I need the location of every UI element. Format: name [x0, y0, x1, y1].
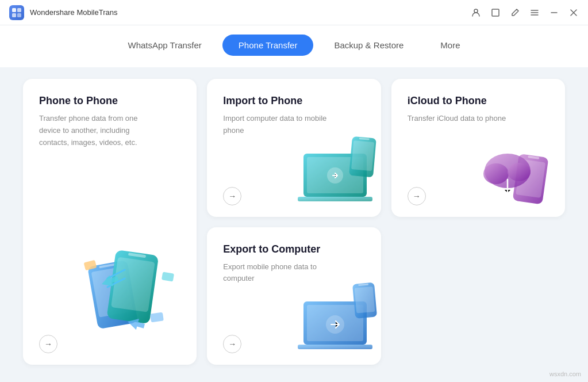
- main-content: Phone to Phone Transfer phone data from …: [0, 67, 588, 382]
- tab-more[interactable]: More: [424, 35, 476, 56]
- svg-rect-39: [354, 286, 375, 314]
- svg-point-4: [474, 9, 478, 13]
- profile-button[interactable]: [471, 7, 481, 18]
- card-import-to-phone[interactable]: Import to Phone Import computer data to …: [207, 79, 381, 217]
- svg-rect-16: [111, 257, 155, 312]
- card-phone-to-phone-title: Phone to Phone: [39, 95, 180, 107]
- card-icloud-to-phone[interactable]: iCloud to Phone Transfer iCloud data to …: [391, 79, 565, 217]
- card-icloud-desc: Transfer iCloud data to phone: [408, 113, 522, 125]
- watermark: wsxdn.com: [549, 370, 581, 377]
- export-illustration: [289, 281, 375, 362]
- tab-whatsapp-transfer[interactable]: WhatsApp Transfer: [112, 35, 217, 56]
- card-import-desc: Import computer data to mobile phone: [223, 113, 338, 137]
- menu-button[interactable]: [529, 7, 540, 18]
- tab-phone-transfer[interactable]: Phone Transfer: [222, 35, 314, 56]
- svg-rect-1: [17, 8, 21, 12]
- minimize-button[interactable]: [549, 7, 559, 18]
- icloud-illustration: [479, 136, 559, 211]
- svg-rect-36: [298, 345, 372, 349]
- card-import-arrow[interactable]: →: [223, 187, 241, 205]
- close-button[interactable]: [568, 7, 579, 18]
- card-export-arrow[interactable]: →: [223, 335, 241, 353]
- svg-rect-0: [12, 8, 16, 12]
- svg-rect-19: [162, 272, 174, 281]
- title-bar-controls: [471, 7, 579, 18]
- card-import-title: Import to Phone: [223, 95, 364, 107]
- app-title-label: Wondershare MobileTrans: [30, 8, 117, 17]
- card-phone-to-phone[interactable]: Phone to Phone Transfer phone data from …: [23, 79, 197, 365]
- card-phone-to-phone-desc: Transfer phone data from one device to a…: [39, 113, 154, 148]
- svg-rect-20: [150, 312, 164, 323]
- card-export-title: Export to Computer: [223, 243, 364, 255]
- app-icon: [9, 5, 24, 20]
- card-icloud-title: iCloud to Phone: [408, 95, 549, 107]
- edit-button[interactable]: [510, 7, 520, 18]
- svg-point-32: [483, 163, 509, 184]
- phone-to-phone-illustration: [76, 232, 191, 347]
- card-phone-to-phone-arrow[interactable]: →: [39, 335, 57, 353]
- tab-backup-restore[interactable]: Backup & Restore: [318, 35, 420, 56]
- svg-rect-26: [351, 140, 374, 171]
- svg-point-33: [508, 163, 531, 181]
- svg-rect-2: [12, 13, 16, 17]
- window-button[interactable]: [490, 7, 501, 18]
- svg-rect-5: [492, 9, 499, 16]
- card-icloud-arrow[interactable]: →: [408, 187, 426, 205]
- card-export-to-computer[interactable]: Export to Computer Export mobile phone d…: [207, 227, 381, 365]
- svg-rect-3: [17, 13, 21, 17]
- title-bar: Wondershare MobileTrans: [0, 0, 588, 25]
- svg-rect-23: [298, 197, 372, 201]
- title-bar-left: Wondershare MobileTrans: [9, 5, 117, 20]
- nav-bar: WhatsApp Transfer Phone Transfer Backup …: [0, 25, 588, 67]
- import-illustration: [295, 136, 375, 211]
